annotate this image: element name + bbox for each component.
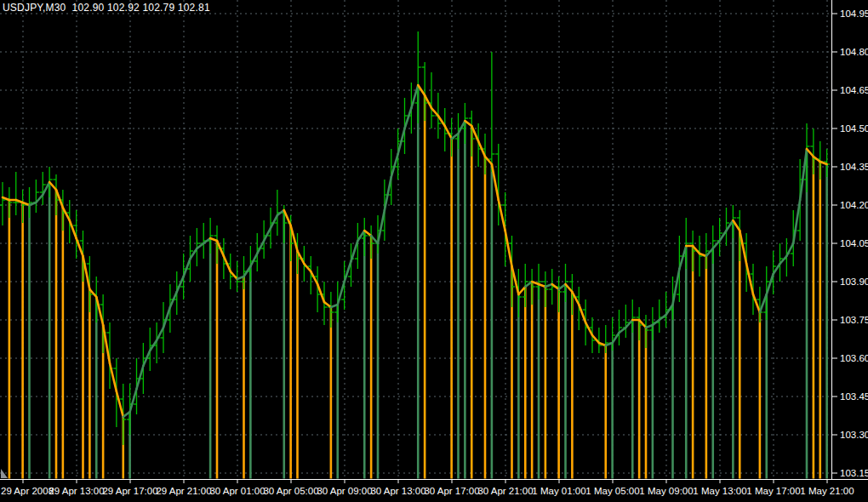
svg-text:104.35: 104.35	[840, 162, 868, 172]
svg-text:104.50: 104.50	[840, 123, 868, 134]
svg-text:29 Apr 2008: 29 Apr 2008	[1, 486, 54, 496]
svg-text:104.65: 104.65	[840, 85, 868, 95]
svg-text:103.90: 103.90	[840, 277, 868, 287]
svg-text:103.75: 103.75	[840, 315, 868, 325]
svg-text:29 Apr 17:00: 29 Apr 17:00	[102, 486, 157, 496]
svg-text:1 May 09:00: 1 May 09:00	[639, 486, 693, 496]
svg-text:104.80: 104.80	[840, 47, 868, 57]
svg-text:103.30: 103.30	[840, 430, 868, 440]
svg-text:104.05: 104.05	[840, 238, 868, 248]
svg-text:30 Apr 09:00: 30 Apr 09:00	[317, 486, 372, 496]
svg-text:1 May 01:00: 1 May 01:00	[532, 486, 585, 496]
svg-text:30 Apr 13:00: 30 Apr 13:00	[370, 486, 425, 496]
svg-text:1 May 05:00: 1 May 05:00	[585, 486, 639, 496]
svg-text:104.95: 104.95	[840, 9, 868, 19]
svg-text:1 May 17:00: 1 May 17:00	[746, 486, 800, 496]
svg-text:30 Apr 01:00: 30 Apr 01:00	[209, 486, 265, 496]
svg-text:30 Apr 05:00: 30 Apr 05:00	[263, 486, 318, 496]
svg-text:1 May 13:00: 1 May 13:00	[693, 486, 746, 496]
chart-canvas[interactable]: 104.95104.80104.65104.50104.35104.20104.…	[0, 0, 868, 502]
svg-text:103.15: 103.15	[840, 468, 868, 478]
svg-text:30 Apr 17:00: 30 Apr 17:00	[424, 486, 479, 496]
svg-text:103.45: 103.45	[840, 391, 868, 402]
svg-text:103.60: 103.60	[840, 353, 868, 363]
svg-text:1 May 21:00: 1 May 21:00	[800, 486, 854, 496]
svg-text:29 Apr 21:00: 29 Apr 21:00	[156, 486, 211, 496]
chart-title-ohlc: USDJPY,M30 102.90 102.92 102.79 102.81	[3, 2, 210, 14]
chart-window: 104.95104.80104.65104.50104.35104.20104.…	[0, 0, 868, 502]
svg-text:29 Apr 13:00: 29 Apr 13:00	[49, 486, 104, 496]
svg-text:30 Apr 21:00: 30 Apr 21:00	[477, 486, 533, 496]
svg-text:104.20: 104.20	[840, 200, 868, 210]
